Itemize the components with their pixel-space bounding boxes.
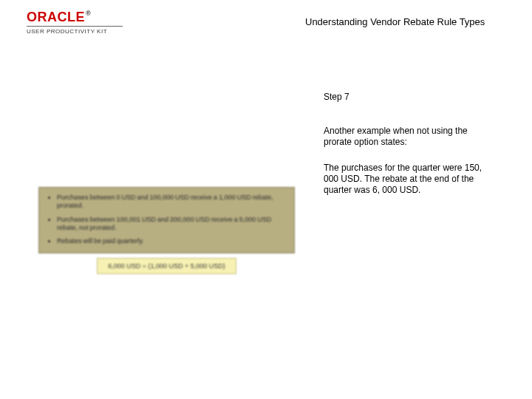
formula-panel: 6,000 USD = (1,000 USD + 5,000 USD) [97, 258, 236, 274]
list-item: Rebates will be paid quarterly. [57, 237, 287, 245]
rules-panel: Purchases between 0 USD and 100,000 USD … [38, 187, 295, 253]
embedded-screenshot: Purchases between 0 USD and 100,000 USD … [38, 187, 295, 274]
page-title: Understanding Vendor Rebate Rule Types [305, 16, 485, 27]
list-item: Purchases between 100,001 USD and 200,00… [57, 216, 287, 233]
brand-divider [27, 26, 123, 27]
brand-name: ORACLE [27, 10, 85, 24]
formula-panel-wrap: 6,000 USD = (1,000 USD + 5,000 USD) [38, 258, 295, 274]
intro-paragraph: Another example when not using the prora… [324, 126, 497, 148]
body-paragraph: The purchases for the quarter were 150, … [324, 163, 497, 196]
brand-logo: ORACLE® USER PRODUCTIVITY KIT [27, 10, 123, 35]
slide: ORACLE® USER PRODUCTIVITY KIT Understand… [0, 0, 532, 399]
rules-list: Purchases between 0 USD and 100,000 USD … [47, 194, 287, 245]
brand-subtitle: USER PRODUCTIVITY KIT [27, 28, 123, 35]
brand-wordmark: ORACLE® [27, 10, 123, 24]
list-item: Purchases between 0 USD and 100,000 USD … [57, 194, 287, 211]
registered-mark: ® [86, 10, 91, 17]
step-label: Step 7 [324, 92, 349, 102]
